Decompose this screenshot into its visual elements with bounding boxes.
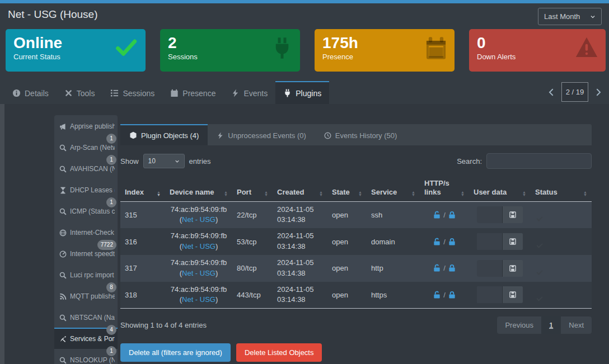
sidebar-item-label: Luci rpc import (Devi… [70, 271, 115, 279]
cell-user-data [469, 282, 531, 309]
col-header-index[interactable]: Index▲▼ [120, 176, 165, 201]
cell-state: open [327, 282, 367, 309]
device-tabs: Details Tools Sessions Presence Events P… [4, 81, 329, 104]
lock-closed-icon[interactable] [448, 264, 456, 272]
sidebar-item-apprise-publisher[interactable]: Apprise publisher [54, 115, 118, 136]
col-header-port[interactable]: Port▲▼ [232, 176, 273, 201]
sidebar-item-nbtscan[interactable]: NBTSCAN (Name disc… [54, 306, 118, 328]
sidebar-item-luci-rpc-import[interactable]: Luci rpc import (Devi… [54, 264, 118, 285]
device-link[interactable]: Net - USG [182, 215, 216, 224]
save-button[interactable] [503, 286, 523, 303]
plugin-objects-table: Index▲▼ Device name▲▼ Port▲▼ Created▲▼ S… [120, 176, 592, 309]
device-link-line: (Net - USG) [170, 215, 228, 225]
lock-open-icon[interactable] [433, 264, 441, 272]
device-page-indicator[interactable]: 2 / 19 [561, 82, 588, 102]
save-icon [509, 238, 517, 245]
search-icon [59, 357, 67, 364]
sidebar-item-icmp[interactable]: ICMP (Status check) 1 [54, 200, 118, 221]
device-link-line: (Net - USG) [170, 242, 228, 252]
cell-device-name: 74:ac:b9:54:09:fb (Net - USG) [165, 255, 232, 282]
satellite-dish-icon [59, 335, 67, 343]
col-header-user-data[interactable]: User data▲▼ [469, 176, 531, 201]
chevron-right-icon[interactable] [594, 88, 602, 97]
current-page-button[interactable]: 1 [541, 316, 561, 334]
lock-closed-icon[interactable] [448, 211, 456, 219]
sort-icon: ▲▼ [358, 191, 362, 197]
cell-created: 2024-11-0503:14:38 [273, 282, 327, 309]
lock-open-icon[interactable] [433, 211, 441, 219]
tab-tools[interactable]: Tools [57, 81, 103, 104]
user-data-input[interactable] [477, 233, 503, 250]
tab-events-history[interactable]: Events History (50) [315, 124, 406, 145]
sidebar-item-nslookup[interactable]: NSLOOKUP (Name di… 1 [54, 349, 118, 364]
cell-http-links: / [420, 201, 469, 228]
cell-device-name: 74:ac:b9:54:09:fb (Net - USG) [165, 282, 232, 309]
device-link[interactable]: Net - USG [182, 295, 216, 304]
sort-icon: ▲▼ [157, 191, 161, 197]
tab-details[interactable]: Details [4, 81, 57, 104]
sidebar-item-label: Internet speedtest [70, 250, 115, 258]
chevron-left-icon[interactable] [547, 88, 555, 97]
tab-label: Presence [182, 89, 216, 98]
lock-closed-icon[interactable] [448, 291, 456, 299]
sidebar-item-label: Apprise publisher [70, 122, 115, 130]
col-header-created[interactable]: Created▲▼ [273, 176, 327, 201]
cell-index: 316 [120, 228, 165, 255]
sidebar-item-label: AVAHISCAN (Name di… [70, 165, 115, 173]
period-selector[interactable]: Last Month [538, 8, 602, 25]
page-size-value: 10 [148, 157, 156, 165]
tab-label: Details [25, 89, 49, 98]
lock-open-icon[interactable] [433, 238, 441, 246]
status-card-presence: 175h Presence [315, 29, 455, 72]
sidebar-item-internet-speedtest[interactable]: Internet speedtest 7722 [54, 243, 118, 264]
tab-plugins[interactable]: Plugins [275, 81, 329, 104]
tab-label: Events [243, 89, 268, 98]
user-data-input[interactable] [477, 206, 503, 223]
col-header-device-name[interactable]: Device name▲▼ [165, 176, 232, 201]
search-input[interactable] [486, 153, 592, 169]
save-button[interactable] [503, 206, 523, 223]
tab-plugin-objects[interactable]: Plugin Objects (4) [120, 124, 208, 145]
tab-presence[interactable]: Presence [162, 81, 223, 104]
delete-all-button[interactable]: Delete all (filters are ignored) [120, 343, 231, 362]
device-link[interactable]: Net - USG [182, 269, 216, 277]
rss-icon [59, 293, 67, 300]
lock-closed-icon[interactable] [448, 238, 456, 246]
col-header-state[interactable]: State▲▼ [327, 176, 367, 201]
delete-listed-button[interactable]: Delete Listed Objects [236, 343, 322, 362]
sort-icon: ▲▼ [461, 191, 465, 197]
col-header-service[interactable]: Service▲▼ [367, 176, 420, 201]
search-icon [59, 314, 67, 322]
info-icon [12, 89, 21, 97]
separator: / [443, 211, 446, 219]
tab-sessions[interactable]: Sessions [102, 81, 162, 104]
sidebar-item-dhcp-leases[interactable]: DHCP Leases (Device … [54, 179, 118, 200]
device-link[interactable]: Net - USG [182, 242, 216, 250]
cell-user-data [469, 201, 531, 228]
tab-unprocessed-events[interactable]: Unprocessed Events (0) [208, 124, 315, 145]
entries-summary: Showing 1 to 4 of 4 entries [120, 321, 207, 329]
search-label: Search: [457, 157, 482, 166]
sidebar-item-services-and-ports[interactable]: Services & Ports (NM… 4 [54, 328, 118, 349]
device-pager: 2 / 19 [547, 82, 602, 102]
tab-label: Events History (50) [335, 131, 397, 140]
plugin-content: Plugin Objects (4) Unprocessed Events (0… [120, 124, 592, 364]
save-button[interactable] [503, 260, 523, 277]
lock-open-icon[interactable] [433, 291, 441, 299]
user-data-input[interactable] [477, 286, 503, 303]
next-page-button[interactable]: Next [561, 316, 592, 334]
save-button[interactable] [503, 233, 523, 250]
count-badge: 1 [106, 346, 116, 356]
sidebar-item-arp-scan[interactable]: Arp-Scan (Network s… 1 [54, 136, 118, 158]
col-header-https-links[interactable]: HTTP/s links▲▼ [420, 176, 469, 201]
previous-page-button[interactable]: Previous [497, 316, 541, 334]
sidebar-item-avahiscan[interactable]: AVAHISCAN (Name di… 1 [54, 158, 118, 179]
col-header-status[interactable]: Status▲▼ [531, 176, 592, 201]
sidebar-item-mqtt-publisher[interactable]: MQTT publisher 8 [54, 285, 118, 306]
tab-events[interactable]: Events [223, 81, 275, 104]
user-data-input[interactable] [477, 260, 503, 277]
page-size-select[interactable]: 10 [143, 154, 185, 168]
sidebar-item-label: Services & Ports (NM… [70, 335, 115, 343]
cell-status [531, 201, 592, 228]
sort-icon: ▲▼ [522, 191, 526, 197]
